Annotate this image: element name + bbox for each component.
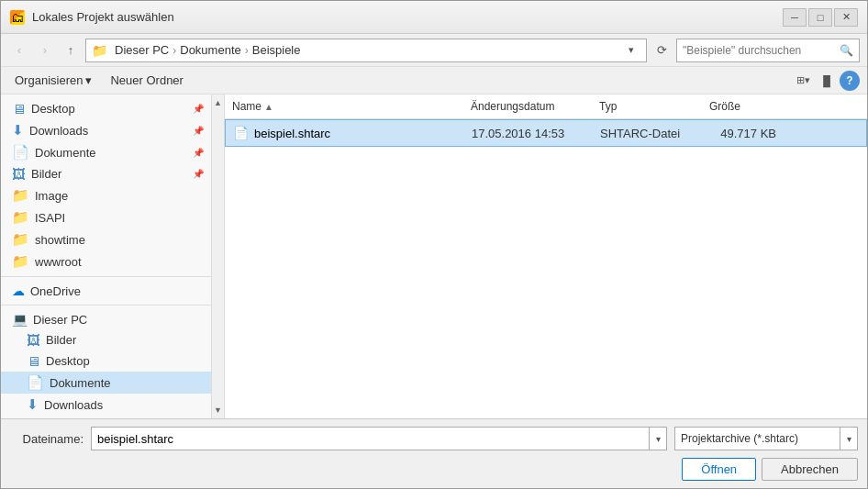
sidebar-label-wwwroot: wwwroot (35, 255, 82, 269)
desktop-icon: 🖥 (12, 101, 26, 117)
col-header-type[interactable]: Typ (592, 98, 702, 115)
pc-bilder-icon: 🖼 (27, 332, 40, 348)
view-chevron-icon: ▾ (805, 74, 810, 86)
file-icon: 📄 (233, 126, 249, 140)
col-header-date[interactable]: Änderungsdatum (463, 98, 592, 115)
pin-icon: 📌 (193, 104, 204, 114)
divider-2 (1, 305, 211, 306)
sidebar-label-image: Image (35, 189, 68, 203)
organize-toolbar: Organisieren ▾ Neuer Ordner ⊞ ▾ ▐▌ ? (1, 67, 867, 94)
organize-chevron-icon: ▾ (85, 73, 92, 87)
dialog-title: Lokales Projekt auswählen (32, 10, 174, 24)
file-name-cell: 📄 beispiel.shtarc (226, 124, 464, 142)
pin-icon-4: 📌 (193, 169, 204, 179)
sidebar-item-dokumente[interactable]: 📄 Dokumente 📌 (1, 141, 211, 163)
bilder-icon: 🖼 (12, 166, 26, 182)
dialog-icon: 🗂 (10, 10, 25, 25)
breadcrumb-sep2: › (245, 44, 249, 57)
main-content: 🖥 Desktop 📌 ⬇ Downloads 📌 📄 Dokumente 📌 … (1, 94, 867, 418)
sidebar-item-wwwroot[interactable]: 📁 wwwroot (1, 250, 211, 272)
open-button[interactable]: Öffnen (682, 458, 756, 481)
dokumente-icon: 📄 (12, 144, 29, 161)
col-header-name[interactable]: Name ▲ (225, 98, 463, 115)
search-box: 🔍 (676, 39, 860, 62)
breadcrumb-dropdown-button[interactable]: ▾ (622, 39, 640, 62)
filename-label: Dateiname: (10, 432, 83, 446)
file-date: 17.05.2016 14:53 (472, 127, 564, 140)
search-icon: 🔍 (840, 44, 853, 57)
sidebar: 🖥 Desktop 📌 ⬇ Downloads 📌 📄 Dokumente 📌 … (1, 94, 212, 418)
col-header-size[interactable]: Größe (702, 98, 794, 115)
maximize-button[interactable]: □ (808, 8, 832, 27)
filename-row: Dateiname: ▾ Projektarchive (*.shtarc) ▾ (10, 427, 858, 450)
view-details-button[interactable]: ▐▌ (816, 71, 838, 91)
filetype-display: Projektarchive (*.shtarc) (674, 427, 840, 450)
file-area: Name ▲ Änderungsdatum Typ Größe 📄 beispi… (225, 94, 867, 418)
back-button[interactable]: ‹ (8, 39, 30, 61)
sidebar-label-pc-desktop: Desktop (46, 354, 90, 368)
sidebar-label-pc-dokumente: Dokumente (50, 376, 110, 390)
sidebar-item-desktop[interactable]: 🖥 Desktop 📌 (1, 98, 211, 119)
sidebar-item-onedrive[interactable]: ☁ OneDrive (1, 281, 211, 301)
organize-button[interactable]: Organisieren ▾ (8, 71, 98, 90)
scroll-down-button[interactable]: ▼ (212, 404, 225, 417)
sidebar-item-pc-dokumente[interactable]: 📄 Dokumente (1, 372, 211, 394)
filename-input[interactable] (91, 427, 649, 450)
sidebar-label-pc-bilder: Bilder (46, 333, 76, 347)
pin-icon-2: 📌 (193, 126, 204, 136)
sidebar-item-image[interactable]: 📁 Image (1, 184, 211, 206)
breadcrumb-folder-icon: 📁 (92, 43, 107, 58)
minimize-button[interactable]: ─ (783, 8, 807, 27)
up-button[interactable]: ↑ (60, 39, 82, 61)
view-controls: ⊞ ▾ ▐▌ ? (792, 71, 860, 91)
file-type-cell: SHTARC-Datei (593, 125, 703, 142)
filetype-select-wrap: Projektarchive (*.shtarc) ▾ (674, 427, 858, 450)
search-input[interactable] (683, 44, 836, 57)
breadcrumb-beispiele[interactable]: Beispiele (252, 43, 301, 57)
close-button[interactable]: ✕ (834, 8, 858, 27)
help-button[interactable]: ? (840, 71, 860, 91)
organize-label: Organisieren (15, 73, 83, 87)
details-icon: ▐▌ (819, 75, 834, 86)
sidebar-item-downloads[interactable]: ⬇ Downloads 📌 (1, 119, 211, 141)
bottom-bar: Dateiname: ▾ Projektarchive (*.shtarc) ▾… (1, 418, 867, 488)
sidebar-item-pc-bilder[interactable]: 🖼 Bilder (1, 329, 211, 350)
scroll-up-button[interactable]: ▲ (212, 96, 225, 109)
breadcrumb-pc[interactable]: Dieser PC (115, 43, 169, 57)
sidebar-item-bilder[interactable]: 🖼 Bilder 📌 (1, 163, 211, 184)
sort-arrow-icon: ▲ (264, 102, 273, 112)
file-date-cell: 17.05.2016 14:53 (464, 125, 593, 142)
sidebar-item-dieser-pc[interactable]: 💻 Dieser PC (1, 309, 211, 329)
image-folder-icon: 📁 (12, 187, 29, 204)
sidebar-label-bilder: Bilder (31, 167, 61, 181)
sidebar-label-dokumente: Dokumente (35, 146, 95, 160)
file-size-cell: 49.717 KB (703, 125, 795, 142)
sidebar-item-isapi[interactable]: 📁 ISAPI (1, 206, 211, 228)
forward-button[interactable]: › (34, 39, 56, 61)
refresh-button[interactable]: ⟳ (651, 39, 673, 61)
filetype-dropdown-button[interactable]: ▾ (840, 427, 858, 450)
grid-icon: ⊞ (796, 74, 805, 86)
downloads-icon: ⬇ (12, 122, 24, 139)
sidebar-label-pc-downloads: Downloads (44, 398, 103, 412)
sidebar-label-onedrive: OneDrive (30, 284, 81, 298)
file-name: beispiel.shtarc (254, 127, 330, 140)
sidebar-item-showtime[interactable]: 📁 showtime (1, 228, 211, 250)
sidebar-item-pc-downloads[interactable]: ⬇ Downloads (1, 394, 211, 416)
new-folder-button[interactable]: Neuer Ordner (102, 71, 191, 90)
sidebar-label-showtime: showtime (35, 233, 85, 247)
pc-dokumente-icon: 📄 (27, 374, 44, 391)
file-size: 49.717 KB (720, 127, 776, 140)
sidebar-label-desktop: Desktop (31, 102, 75, 116)
view-grid-button[interactable]: ⊞ ▾ (792, 71, 814, 91)
file-open-dialog: 🗂 Lokales Projekt auswählen ─ □ ✕ ‹ › ↑ … (0, 0, 868, 489)
sidebar-item-pc-desktop[interactable]: 🖥 Desktop (1, 350, 211, 372)
filename-input-wrap: ▾ (91, 427, 667, 450)
breadcrumb-dokumente[interactable]: Dokumente (180, 43, 240, 57)
file-row[interactable]: 📄 beispiel.shtarc 17.05.2016 14:53 SHTAR… (225, 119, 867, 147)
filename-dropdown-button[interactable]: ▾ (649, 427, 667, 450)
filetype-label: Projektarchive (*.shtarc) (681, 432, 798, 445)
cancel-button[interactable]: Abbrechen (762, 458, 858, 481)
pc-desktop-icon: 🖥 (27, 353, 40, 369)
breadcrumb-sep1: › (172, 44, 176, 57)
